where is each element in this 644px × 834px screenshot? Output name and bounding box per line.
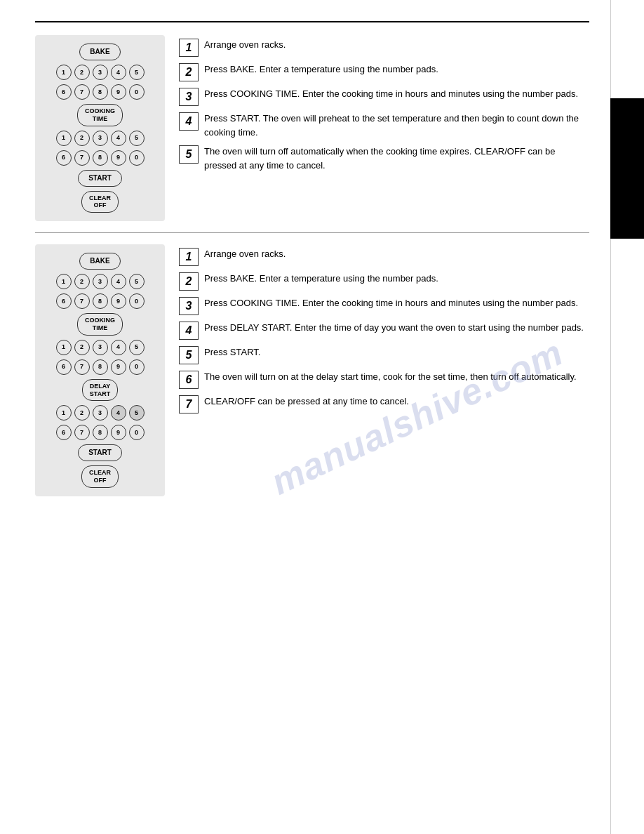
step-1-5: 5 The oven will turn off automatically w…: [179, 145, 589, 172]
num-6c-btn[interactable]: 6: [56, 293, 72, 309]
step-text-2-4: Press DELAY START. Enter the time of day…: [204, 321, 589, 335]
num-row-5-bot: 6 7 8 9 0: [56, 425, 145, 440]
num-1e-btn[interactable]: 1: [56, 405, 72, 421]
step-2-5: 5 Press START.: [179, 345, 589, 364]
step-2-7: 7 CLEAR/OFF can be pressed at any time t…: [179, 395, 589, 413]
num-9b-btn[interactable]: 9: [111, 150, 126, 166]
step-number-2-2: 2: [179, 272, 199, 291]
sidebar-tab-mid1: [610, 239, 644, 400]
num-8-btn[interactable]: 8: [93, 84, 108, 100]
num-0d-btn[interactable]: 0: [129, 359, 145, 375]
num-0c-btn[interactable]: 0: [129, 293, 145, 309]
step-text-1-4: Press START. The oven will preheat to th…: [204, 112, 589, 139]
num-0b-btn[interactable]: 0: [129, 150, 145, 166]
clear-off-button-1[interactable]: CLEAROFF: [81, 191, 119, 213]
bake-button-1[interactable]: BAKE: [79, 44, 120, 60]
num-0e-btn[interactable]: 0: [129, 425, 145, 440]
step-number-2-4: 4: [179, 322, 199, 340]
num-7c-btn[interactable]: 7: [74, 293, 90, 309]
start-button-1[interactable]: START: [78, 170, 122, 187]
num-8d-btn[interactable]: 8: [93, 359, 108, 375]
step-number-2-1: 1: [179, 248, 199, 266]
num-2e-btn[interactable]: 2: [74, 405, 90, 421]
num-1d-btn[interactable]: 1: [56, 340, 72, 355]
sidebar-tab-black: [610, 98, 644, 239]
num-6b-btn[interactable]: 6: [56, 150, 72, 166]
num-1b-btn[interactable]: 1: [56, 131, 72, 146]
steps-area-2: 1 Arrange oven racks. 2 Press BAKE. Ente…: [165, 244, 589, 419]
delay-start-button[interactable]: DELAYSTART: [82, 379, 119, 402]
step-number-1-2: 2: [179, 63, 199, 81]
step-2-3: 3 Press COOKING TIME. Enter the cooking …: [179, 296, 589, 315]
cooking-time-button-2[interactable]: COOKINGTIME: [77, 313, 123, 336]
start-button-2[interactable]: START: [78, 444, 122, 461]
num-2c-btn[interactable]: 2: [74, 274, 90, 289]
num-row-1-top: 1 2 3 4 5: [56, 65, 145, 80]
step-2-1: 1 Arrange oven racks.: [179, 247, 589, 266]
top-rule: [35, 21, 589, 22]
step-number-2-7: 7: [179, 395, 199, 413]
num-5e-btn[interactable]: 5: [129, 405, 145, 421]
step-1-4: 4 Press START. The oven will preheat to …: [179, 112, 589, 139]
num-6e-btn[interactable]: 6: [56, 425, 72, 440]
clear-off-button-2[interactable]: CLEAROFF: [81, 465, 119, 488]
num-8c-btn[interactable]: 8: [93, 293, 108, 309]
bake-button-2[interactable]: BAKE: [79, 253, 120, 270]
cooking-time-button-1[interactable]: COOKINGTIME: [77, 104, 123, 126]
num-5-btn[interactable]: 5: [129, 65, 145, 80]
num-3d-btn[interactable]: 3: [93, 340, 108, 355]
step-text-2-1: Arrange oven racks.: [204, 247, 589, 261]
step-2-2: 2 Press BAKE. Enter a temperature using …: [179, 272, 589, 291]
num-2d-btn[interactable]: 2: [74, 340, 90, 355]
num-1-btn[interactable]: 1: [56, 65, 72, 80]
num-7d-btn[interactable]: 7: [74, 359, 90, 375]
num-7-btn[interactable]: 7: [74, 84, 90, 100]
num-9d-btn[interactable]: 9: [111, 359, 126, 375]
num-4e-btn[interactable]: 4: [111, 405, 126, 421]
num-8e-btn[interactable]: 8: [93, 425, 108, 440]
num-4c-btn[interactable]: 4: [111, 274, 126, 289]
step-number-1-5: 5: [179, 145, 199, 164]
num-1c-btn[interactable]: 1: [56, 274, 72, 289]
num-8b-btn[interactable]: 8: [93, 150, 108, 166]
num-9e-btn[interactable]: 9: [111, 425, 126, 440]
main-content: BAKE 1 2 3 4 5 6 7 8 9 0 COOKINGTIME 1: [0, 0, 610, 834]
num-5d-btn[interactable]: 5: [129, 340, 145, 355]
num-6d-btn[interactable]: 6: [56, 359, 72, 375]
sidebar-tab-bot: [610, 498, 644, 834]
num-row-3-bot: 6 7 8 9 0: [56, 293, 145, 309]
num-row-2-bot: 6 7 8 9 0: [56, 150, 145, 166]
step-number-1-1: 1: [179, 39, 199, 57]
step-text-1-1: Arrange oven racks.: [204, 38, 589, 52]
num-4d-btn[interactable]: 4: [111, 340, 126, 355]
step-text-1-3: Press COOKING TIME. Enter the cooking ti…: [204, 87, 589, 101]
num-4-btn[interactable]: 4: [111, 65, 126, 80]
num-3-btn[interactable]: 3: [93, 65, 108, 80]
num-6-btn[interactable]: 6: [56, 84, 72, 100]
num-row-4-bot: 6 7 8 9 0: [56, 359, 145, 375]
step-number-1-3: 3: [179, 88, 199, 106]
num-9c-btn[interactable]: 9: [111, 293, 126, 309]
step-2-4: 4 Press DELAY START. Enter the time of d…: [179, 321, 589, 340]
step-number-2-6: 6: [179, 371, 199, 389]
step-text-2-7: CLEAR/OFF can be pressed at any time to …: [204, 395, 589, 409]
step-text-2-2: Press BAKE. Enter a temperature using th…: [204, 272, 589, 286]
step-text-1-2: Press BAKE. Enter a temperature using th…: [204, 62, 589, 77]
num-row-2-top: 1 2 3 4 5: [56, 131, 145, 146]
num-7b-btn[interactable]: 7: [74, 150, 90, 166]
num-5b-btn[interactable]: 5: [129, 131, 145, 146]
num-4b-btn[interactable]: 4: [111, 131, 126, 146]
step-1-2: 2 Press BAKE. Enter a temperature using …: [179, 62, 589, 81]
step-number-1-4: 4: [179, 112, 199, 131]
num-2b-btn[interactable]: 2: [74, 131, 90, 146]
num-2-btn[interactable]: 2: [74, 65, 90, 80]
num-3b-btn[interactable]: 3: [93, 131, 108, 146]
num-0-btn[interactable]: 0: [129, 84, 145, 100]
num-7e-btn[interactable]: 7: [74, 425, 90, 440]
num-3c-btn[interactable]: 3: [93, 274, 108, 289]
num-row-4-top: 1 2 3 4 5: [56, 340, 145, 355]
num-9-btn[interactable]: 9: [111, 84, 126, 100]
num-5c-btn[interactable]: 5: [129, 274, 145, 289]
num-3e-btn[interactable]: 3: [93, 405, 108, 421]
section-divider: [35, 232, 589, 233]
